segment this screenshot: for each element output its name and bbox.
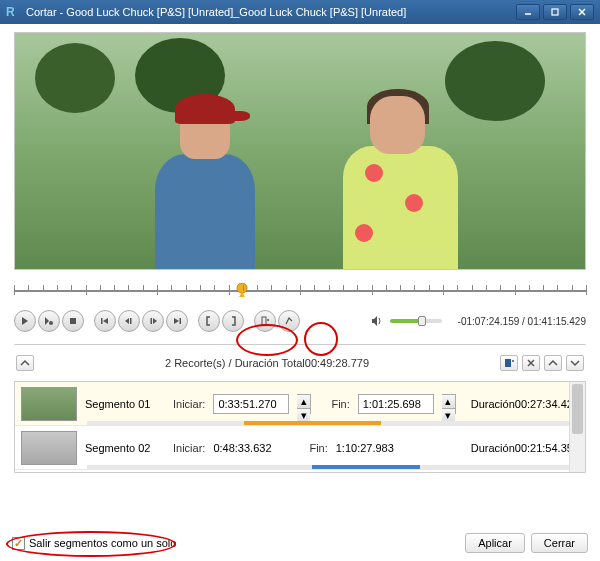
segment-thumbnail xyxy=(21,387,77,421)
end-label: Fin: xyxy=(309,442,327,454)
start-label: Iniciar: xyxy=(173,442,205,454)
segment-thumbnail xyxy=(21,431,77,465)
scroll-thumb[interactable] xyxy=(572,384,583,434)
svg-rect-1 xyxy=(552,9,558,15)
move-up-button[interactable] xyxy=(544,355,562,371)
end-input[interactable] xyxy=(358,394,434,414)
timeline[interactable] xyxy=(14,282,586,300)
segment-range-bar xyxy=(87,421,577,425)
summary-text: 2 Recorte(s) / Duración Total00:49:28.77… xyxy=(34,357,500,369)
close-button-footer[interactable]: Cerrar xyxy=(531,533,588,553)
playback-controls: -01:07:24.159 / 01:41:15.429 xyxy=(14,310,586,332)
volume-slider[interactable] xyxy=(390,319,442,323)
start-value: 0:48:33.632 xyxy=(213,442,289,454)
svg-rect-11 xyxy=(262,317,266,325)
maximize-button[interactable] xyxy=(543,4,567,20)
step-forward-button[interactable] xyxy=(142,310,164,332)
duration-text: Duración00:21:54.351 xyxy=(471,442,579,454)
move-down-button[interactable] xyxy=(566,355,584,371)
close-button[interactable] xyxy=(570,4,594,20)
segment-row[interactable]: Segmento 02Iniciar:0:48:33.632Fin:1:10:2… xyxy=(15,426,585,470)
svg-rect-9 xyxy=(151,318,153,324)
window-title: Cortar - Good Luck Chuck [P&S] [Unrated]… xyxy=(26,6,516,18)
svg-rect-7 xyxy=(101,318,103,324)
prev-segment-button[interactable] xyxy=(94,310,116,332)
step-back-button[interactable] xyxy=(118,310,140,332)
delete-segment-button[interactable] xyxy=(522,355,540,371)
segment-range-bar xyxy=(87,465,577,469)
svg-rect-8 xyxy=(130,318,132,324)
segment-list: Segmento 01Iniciar:▴▾Fin:▴▾Duración00:27… xyxy=(14,381,586,473)
app-logo: R xyxy=(6,5,20,19)
scrollbar[interactable] xyxy=(569,382,585,472)
volume-thumb[interactable] xyxy=(418,316,426,326)
svg-point-5 xyxy=(49,321,53,325)
set-start-button[interactable] xyxy=(198,310,220,332)
set-end-button[interactable] xyxy=(222,310,244,332)
titlebar: R Cortar - Good Luck Chuck [P&S] [Unrate… xyxy=(0,0,600,24)
segment-name: Segmento 02 xyxy=(85,442,165,454)
stop-button[interactable] xyxy=(62,310,84,332)
segment-row[interactable]: Segmento 01Iniciar:▴▾Fin:▴▾Duración00:27… xyxy=(15,382,585,426)
collapse-toggle[interactable] xyxy=(16,355,34,371)
svg-rect-10 xyxy=(180,318,182,324)
output-single-checkbox[interactable] xyxy=(12,537,25,550)
end-value: 1:10:27.983 xyxy=(336,442,412,454)
start-label: Iniciar: xyxy=(173,398,205,410)
duration-text: Duración00:27:34.428 xyxy=(471,398,579,410)
reset-button[interactable] xyxy=(278,310,300,332)
svg-rect-14 xyxy=(505,359,511,367)
segment-summary-row: 2 Recorte(s) / Duración Total00:49:28.77… xyxy=(14,351,586,375)
new-segment-button[interactable] xyxy=(500,355,518,371)
play-button[interactable] xyxy=(14,310,36,332)
output-single-label: Salir segmentos como un solo xyxy=(29,537,176,549)
end-label: Fin: xyxy=(331,398,349,410)
time-display: -01:07:24.159 / 01:41:15.429 xyxy=(458,316,586,327)
end-spinner[interactable]: ▴▾ xyxy=(442,394,456,414)
volume-icon[interactable] xyxy=(370,314,384,328)
next-segment-button[interactable] xyxy=(166,310,188,332)
video-preview xyxy=(14,32,586,270)
minimize-button[interactable] xyxy=(516,4,540,20)
add-segment-button[interactable] xyxy=(254,310,276,332)
segment-name: Segmento 01 xyxy=(85,398,165,410)
start-spinner[interactable]: ▴▾ xyxy=(297,394,311,414)
start-input[interactable] xyxy=(213,394,289,414)
apply-button[interactable]: Aplicar xyxy=(465,533,525,553)
svg-rect-6 xyxy=(70,318,76,324)
play-segment-button[interactable] xyxy=(38,310,60,332)
